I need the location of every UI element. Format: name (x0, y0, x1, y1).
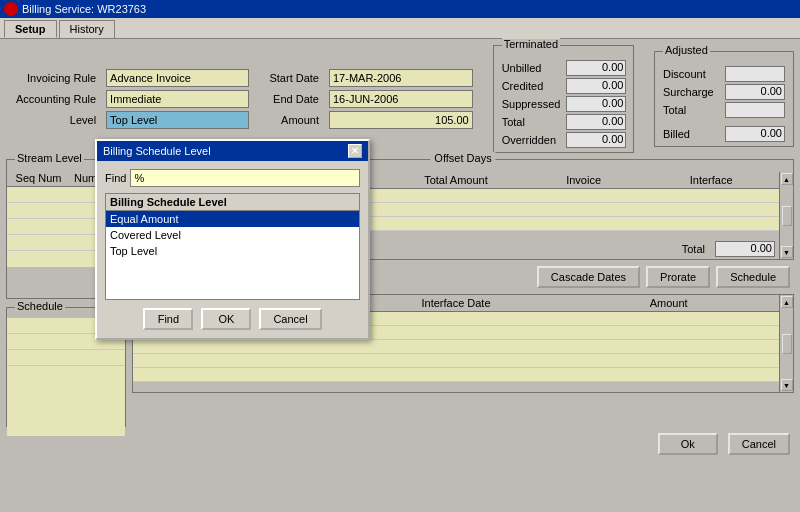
modal-buttons: Find OK Cancel (105, 308, 360, 330)
tab-setup[interactable]: Setup (4, 20, 57, 38)
modal-cancel-button[interactable]: Cancel (259, 308, 321, 330)
modal-title-bar: Billing Schedule Level ✕ (97, 141, 368, 161)
modal-find-row: Find (105, 169, 360, 187)
modal-find-button[interactable]: Find (143, 308, 193, 330)
modal-close-button[interactable]: ✕ (348, 144, 362, 158)
modal-dialog: Billing Schedule Level ✕ Find Billing Sc… (95, 139, 370, 340)
main-content: Invoicing Rule Accounting Rule Level Sta… (0, 39, 800, 512)
title-bar: Billing Service: WR23763 (0, 0, 800, 18)
modal-list-item-0[interactable]: Equal Amount (106, 211, 359, 227)
modal-list: Equal Amount Covered Level Top Level (105, 210, 360, 300)
modal-list-item-2[interactable]: Top Level (106, 243, 359, 259)
window-title: Billing Service: WR23763 (22, 3, 146, 15)
app-icon (4, 2, 18, 16)
modal-find-input[interactable] (130, 169, 360, 187)
tab-bar: Setup History (0, 18, 800, 39)
modal-body: Find Billing Schedule Level Equal Amount… (97, 161, 368, 338)
modal-find-label: Find (105, 172, 126, 184)
modal-title: Billing Schedule Level (103, 145, 211, 157)
modal-ok-button[interactable]: OK (201, 308, 251, 330)
modal-list-header: Billing Schedule Level (105, 193, 360, 210)
modal-list-item-1[interactable]: Covered Level (106, 227, 359, 243)
tab-history[interactable]: History (59, 20, 115, 38)
